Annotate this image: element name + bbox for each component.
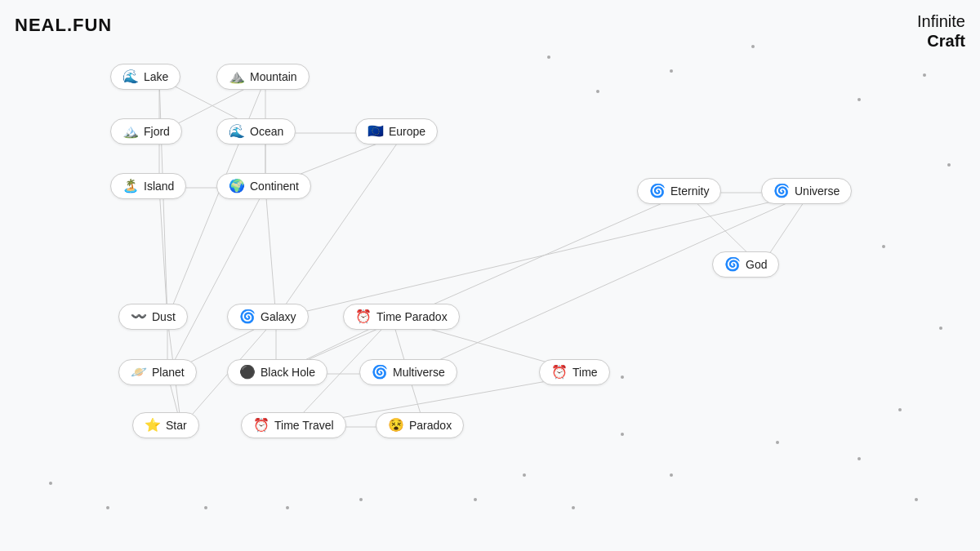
time_paradox-label: Time Paradox [376, 310, 448, 323]
background-dot [947, 163, 951, 167]
time_travel-label: Time Travel [274, 419, 334, 432]
fjord-label: Fjord [144, 125, 170, 138]
craft-node-star[interactable]: ⭐Star [132, 412, 199, 438]
star-icon: ⭐ [145, 419, 161, 432]
craft-node-time_paradox[interactable]: ⏰Time Paradox [343, 304, 460, 330]
craft-label: Craft [917, 31, 965, 51]
craft-node-mountain[interactable]: ⛰️Mountain [216, 64, 310, 90]
star-label: Star [166, 419, 187, 432]
continent-icon: 🌍 [229, 180, 245, 193]
galaxy-label: Galaxy [261, 310, 296, 323]
background-dot [49, 482, 52, 485]
craft-node-fjord[interactable]: 🏔️Fjord [110, 118, 182, 144]
craft-node-multiverse[interactable]: 🌀Multiverse [359, 359, 457, 385]
craft-node-time[interactable]: ⏰Time [539, 359, 610, 385]
background-dot [359, 498, 363, 501]
svg-line-10 [276, 133, 404, 318]
neal-fun-logo: NEAL.FUN [15, 15, 112, 36]
craft-node-island[interactable]: 🏝️Island [110, 173, 186, 199]
island-label: Island [144, 180, 174, 193]
craft-node-universe[interactable]: 🌀Universe [761, 178, 852, 204]
craft-node-paradox[interactable]: 😵Paradox [376, 412, 464, 438]
background-dot [915, 498, 918, 501]
craft-node-time_travel[interactable]: ⏰Time Travel [241, 412, 346, 438]
craft-node-ocean[interactable]: 🌊Ocean [216, 118, 296, 144]
background-dot [858, 457, 861, 460]
background-dot [898, 408, 902, 411]
fjord-icon: 🏔️ [122, 125, 139, 138]
multiverse-label: Multiverse [393, 366, 445, 379]
craft-node-planet[interactable]: 🪐Planet [118, 359, 197, 385]
island-icon: 🏝️ [122, 180, 139, 193]
craft-node-black_hole[interactable]: ⚫Black Hole [227, 359, 327, 385]
ocean-icon: 🌊 [229, 125, 245, 138]
svg-line-34 [276, 193, 686, 374]
time-icon: ⏰ [551, 366, 568, 379]
background-dot [923, 73, 926, 77]
dust-icon: 〰️ [131, 310, 147, 323]
infinite-label: Infinite [917, 11, 965, 31]
god-label: God [746, 258, 767, 271]
svg-line-27 [408, 193, 810, 374]
galaxy-icon: 🌀 [239, 310, 256, 323]
background-dot [523, 473, 526, 477]
craft-node-europe[interactable]: 🇪🇺Europe [355, 118, 438, 144]
background-dot [670, 473, 673, 477]
time_travel-icon: ⏰ [253, 419, 270, 432]
svg-line-9 [265, 188, 276, 318]
mountain-label: Mountain [250, 70, 297, 83]
craft-node-lake[interactable]: 🌊Lake [110, 64, 180, 90]
background-dot [621, 375, 624, 379]
background-dot [547, 56, 550, 59]
background-dot [204, 506, 207, 509]
dust-label: Dust [152, 310, 176, 323]
eternity-label: Eternity [670, 184, 709, 198]
multiverse-icon: 🌀 [372, 366, 388, 379]
craft-node-god[interactable]: 🌀God [712, 251, 779, 278]
eternity-icon: 🌀 [649, 184, 666, 198]
background-dot [882, 245, 885, 248]
background-dot [621, 433, 624, 436]
god-icon: 🌀 [724, 258, 741, 271]
infinite-craft-logo: Infinite Craft [917, 11, 965, 51]
black_hole-icon: ⚫ [239, 366, 256, 379]
background-dot [939, 327, 942, 330]
paradox-label: Paradox [409, 419, 452, 432]
background-dot [596, 90, 599, 93]
lake-icon: 🌊 [122, 70, 139, 83]
time-label: Time [572, 366, 598, 379]
black_hole-label: Black Hole [261, 366, 315, 379]
time_paradox-icon: ⏰ [355, 310, 372, 323]
craft-node-galaxy[interactable]: 🌀Galaxy [227, 304, 309, 330]
craft-node-eternity[interactable]: 🌀Eternity [637, 178, 721, 204]
background-dot [572, 506, 575, 509]
universe-icon: 🌀 [773, 184, 790, 198]
mountain-icon: ⛰️ [229, 70, 245, 83]
background-dot [751, 45, 755, 48]
lake-label: Lake [144, 70, 168, 83]
craft-node-continent[interactable]: 🌍Continent [216, 173, 311, 199]
europe-icon: 🇪🇺 [368, 125, 384, 138]
ocean-label: Ocean [250, 125, 283, 138]
universe-label: Universe [795, 184, 840, 198]
craft-node-dust[interactable]: 〰️Dust [118, 304, 188, 330]
planet-label: Planet [152, 366, 185, 379]
background-dot [858, 98, 861, 101]
background-dot [776, 441, 779, 444]
planet-icon: 🪐 [131, 366, 147, 379]
background-dot [286, 506, 289, 509]
background-dot [474, 498, 477, 501]
background-dot [106, 506, 109, 509]
background-dot [670, 69, 673, 73]
continent-label: Continent [250, 180, 299, 193]
svg-line-31 [167, 188, 265, 374]
europe-label: Europe [389, 125, 425, 138]
paradox-icon: 😵 [388, 419, 404, 432]
